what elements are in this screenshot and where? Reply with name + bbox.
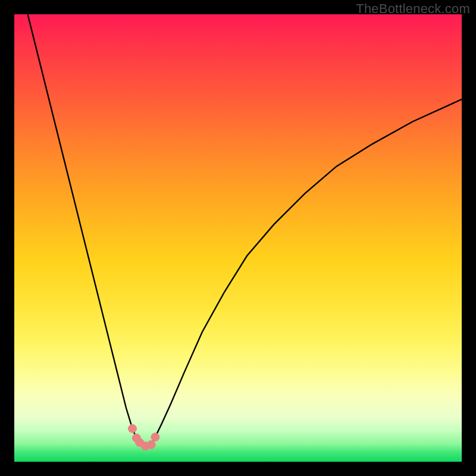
curve-marker [147,440,155,449]
curve-marker [129,424,137,433]
bottleneck-curve-path [28,14,462,446]
curve-marker [151,433,159,441]
bottleneck-curve-svg [14,14,462,462]
curve-markers-group [129,424,159,450]
watermark-text: TheBottleneck.com [356,1,470,17]
